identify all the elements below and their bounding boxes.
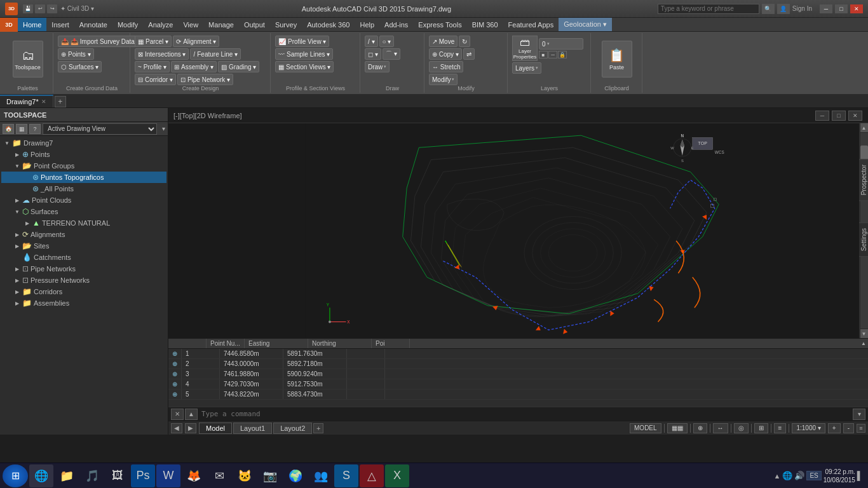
table-row[interactable]: ⊕ 4 7429.7030m 5912.7530m xyxy=(168,379,868,390)
points-button[interactable]: ⊕ Points ▾ xyxy=(58,48,94,60)
menu-help[interactable]: Help xyxy=(355,18,379,31)
tree-item-point-clouds[interactable]: ▶ ☁ Point Clouds xyxy=(1,194,166,206)
keyword-search[interactable] xyxy=(658,4,759,14)
toolspace-help-btn[interactable]: ? xyxy=(29,124,41,134)
status-scale-btn[interactable]: 1:1000 ▾ xyxy=(792,423,825,433)
copy-button[interactable]: ⊕ Copy ▾ xyxy=(429,48,462,60)
doc-tab-close[interactable]: ✕ xyxy=(41,98,46,105)
move-button[interactable]: ↗ Move xyxy=(429,36,458,47)
grading-button[interactable]: ▨ Grading ▾ xyxy=(218,61,259,72)
line-button[interactable]: / ▾ xyxy=(365,36,378,47)
tree-item-surfaces[interactable]: ▼ ⬡ Surfaces xyxy=(1,206,166,217)
tray-lang[interactable]: ES xyxy=(806,471,821,480)
minimize-button[interactable]: ─ xyxy=(820,4,832,13)
profile-view-button[interactable]: 📈 Profile View ▾ xyxy=(275,36,329,47)
tray-network-icon[interactable]: 🌐 xyxy=(782,471,792,480)
app-button[interactable]: 3D xyxy=(0,18,18,32)
profile-button[interactable]: ~ Profile ▾ xyxy=(135,61,170,72)
cmd-menu-button[interactable]: ▾ xyxy=(853,409,865,420)
rect-button[interactable]: ◻ ▾ xyxy=(365,48,381,60)
redo-icon[interactable]: ↪ xyxy=(47,4,57,13)
menu-autodesk360[interactable]: Autodesk 360 xyxy=(302,18,355,31)
menu-analyze[interactable]: Analyze xyxy=(143,18,178,31)
section-views-button[interactable]: ▦ Section Views ▾ xyxy=(275,61,334,72)
status-customise-btn[interactable]: ≡ xyxy=(857,424,865,433)
taskbar-autocad[interactable]: △ xyxy=(360,464,384,487)
menu-manage[interactable]: Manage xyxy=(203,18,239,31)
toolspace-button[interactable]: 🗂 Toolspace xyxy=(13,41,43,78)
tree-item-corridors[interactable]: ▶ 📁 Corridors xyxy=(1,286,166,297)
layers-dropdown[interactable]: Layers ▾ xyxy=(512,62,541,74)
toolspace-grid-btn[interactable]: ▦ xyxy=(16,124,27,134)
status-lwt-btn[interactable]: ≡ xyxy=(774,423,787,433)
modify-dropdown[interactable]: Modify ▾ xyxy=(429,74,458,85)
taskbar-mail[interactable]: ✉ xyxy=(207,464,231,487)
menu-annotate[interactable]: Annotate xyxy=(74,18,112,31)
layout-tab-layout2[interactable]: Layout2 xyxy=(273,423,312,434)
layer-linetype-icon[interactable]: ─ xyxy=(548,51,557,58)
layer-color-icon[interactable]: ■ xyxy=(539,51,548,58)
intersections-button[interactable]: ⊠ Intersections ▾ xyxy=(135,48,189,60)
tray-arrow-icon[interactable]: ▲ xyxy=(773,472,780,480)
import-survey-button[interactable]: 📥 📥 Import Survey Data xyxy=(58,36,138,47)
table-row[interactable]: ⊕ 5 7443.8220m 5883.4730m xyxy=(168,390,868,400)
layer-properties-button[interactable]: 🗃 LayerProperties xyxy=(512,36,538,61)
active-drawing-view-select[interactable]: Active Drawing View xyxy=(43,123,157,135)
menu-view[interactable]: View xyxy=(178,18,203,31)
parcel-button[interactable]: ▦ Parcel ▾ xyxy=(135,36,172,47)
menu-modify[interactable]: Modify xyxy=(112,18,143,31)
cmd-x-button[interactable]: ✕ xyxy=(171,409,184,420)
layout-left-arrow[interactable]: ◀ xyxy=(171,423,182,433)
start-button[interactable]: ⊞ xyxy=(3,464,28,487)
mirror-button[interactable]: ⇌ xyxy=(463,48,475,60)
taskbar-skype[interactable]: S xyxy=(334,464,358,487)
tree-root-drawing7[interactable]: ▼ 📁 Drawing7 xyxy=(1,137,166,149)
sample-lines-button[interactable]: 〰 Sample Lines ▾ xyxy=(275,48,333,60)
tree-item-pipe-networks[interactable]: ▶ ⊡ Pipe Networks xyxy=(1,263,166,274)
menu-output[interactable]: Output xyxy=(239,18,270,31)
assembly-button[interactable]: ⊞ Assembly ▾ xyxy=(171,61,217,72)
viewport-maximize[interactable]: □ xyxy=(832,111,846,121)
menu-insert[interactable]: Insert xyxy=(46,18,74,31)
undo-icon[interactable]: ↩ xyxy=(35,4,45,13)
taskbar-media[interactable]: 🎵 xyxy=(80,464,104,487)
feature-line-button[interactable]: / Feature Line ▾ xyxy=(190,48,241,60)
taskbar-word[interactable]: W xyxy=(156,464,180,487)
tree-item-puntos[interactable]: ⊛ Puntos Topograficos xyxy=(1,172,166,183)
prospector-tab[interactable]: Prospector xyxy=(859,159,868,201)
tray-clock[interactable]: 09:22 p.m. 10/08/2015 xyxy=(824,468,855,484)
stretch-button[interactable]: ↔ Stretch xyxy=(429,61,463,72)
table-row[interactable]: ⊕ 3 7461.9880m 5900.9240m xyxy=(168,369,868,379)
tray-show-desktop-icon[interactable]: ▌ xyxy=(857,471,863,480)
tree-item-sites[interactable]: ▶ 📂 Sites xyxy=(1,240,166,252)
status-model-btn[interactable]: MODEL xyxy=(630,423,661,433)
taskbar-photoshop[interactable]: Ps xyxy=(131,464,155,487)
taskbar-firefox[interactable]: 🦊 xyxy=(182,464,206,487)
save-icon[interactable]: 💾 xyxy=(23,4,33,13)
tree-item-assemblies[interactable]: ▶ 📁 Assemblies xyxy=(1,297,166,309)
tree-item-pressure-networks[interactable]: ▶ ⊡ Pressure Networks xyxy=(1,274,166,286)
pipe-network-button[interactable]: ⊡ Pipe Network ▾ xyxy=(177,74,233,85)
vscroll-down[interactable]: ▼ xyxy=(860,329,868,338)
menu-featured[interactable]: Featured Apps xyxy=(503,18,559,31)
tree-item-terreno[interactable]: ▶ ▲ TERRENO NATURAL xyxy=(1,217,166,229)
status-otrack-btn[interactable]: ⊞ xyxy=(754,423,768,433)
taskbar-camera[interactable]: 📷 xyxy=(258,464,282,487)
taskbar-explorer[interactable]: 📁 xyxy=(55,464,79,487)
taskbar-photos[interactable]: 🖼 xyxy=(105,464,130,487)
status-grid-btn[interactable]: ▦▦ xyxy=(667,423,688,433)
maximize-button[interactable]: □ xyxy=(835,4,848,13)
menu-express[interactable]: Express Tools xyxy=(413,18,466,31)
table-scroll-up[interactable]: ▲ xyxy=(859,339,868,348)
user-icon[interactable]: 👤 xyxy=(777,4,790,14)
status-ortho-btn[interactable]: ↔ xyxy=(713,423,728,433)
vscroll-up[interactable]: ▲ xyxy=(860,123,868,132)
status-polar-btn[interactable]: ◎ xyxy=(734,423,749,433)
taskbar-ie[interactable]: 🌐 xyxy=(29,464,53,487)
drawing-canvas[interactable]: N E W S TOP WCS xyxy=(168,123,868,338)
command-input[interactable] xyxy=(199,410,851,418)
surfaces-button[interactable]: ⬡ Surfaces ▾ xyxy=(58,61,102,72)
paste-button[interactable]: 📋 Paste xyxy=(602,41,632,78)
search-icon[interactable]: 🔍 xyxy=(762,4,775,14)
table-row[interactable]: ⊕ 2 7443.0000m 5892.7180m xyxy=(168,359,868,369)
